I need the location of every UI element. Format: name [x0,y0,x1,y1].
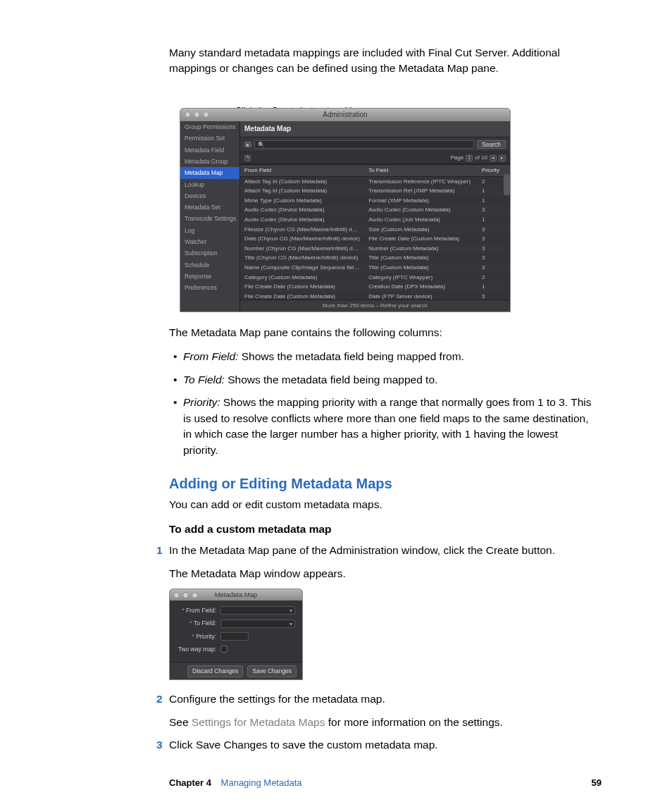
cell-priority: 3 [478,225,510,235]
table-row[interactable]: Filesize (Chyron CG (Max/Maxine/Infiniti… [240,225,510,235]
table-row[interactable]: Attach Tag Id (Custom Metadata)Transmiss… [240,176,510,186]
sidebar-item[interactable]: Group Permissions [180,121,239,133]
sidebar-item[interactable]: Schedule [180,259,239,271]
sidebar-item[interactable]: Subscription [180,247,239,259]
dialog-title: Metadata Map [170,590,302,600]
scrollbar-thumb[interactable] [504,174,510,195]
table-row[interactable]: Audio Codec (Device Metadata)Audio Codec… [240,205,510,215]
table-row[interactable]: Number (Chyron CG (Max/Maxine/Infiniti) … [240,244,510,254]
dialog-titlebar: Metadata Map [170,589,302,600]
table-row[interactable]: Audio Codec (Device Metadata)Audio Codec… [240,215,510,225]
column-desc-item: To Field: Shows the metadata field being… [173,372,595,388]
discard-button[interactable]: Discard Changes [187,665,243,677]
settings-link[interactable]: Settings for Metadata Maps [192,716,325,728]
column-desc-item: Priority: Shows the mapping priority wit… [173,395,595,458]
step-2-text-a: Configure the settings for the metadata … [169,691,595,707]
table-row[interactable]: Title (Chyron CG (Max/Maxine/Infiniti) d… [240,253,510,263]
table-row[interactable]: Category (Custom Metadata)Category (IPTC… [240,273,510,283]
step-number: 3 [156,737,163,753]
save-button[interactable]: Save Changes [247,665,297,677]
table-row[interactable]: File Create Date (Custom Metadata)Date (… [240,292,510,300]
sidebar-item[interactable]: Log [180,225,239,236]
sidebar-item[interactable]: Response [180,271,239,282]
table-row[interactable]: Attach Tag Id (Custom Metadata)Transmiss… [240,186,510,196]
sidebar-item[interactable]: Devices [180,190,239,202]
from-field-label: * From Field: [177,606,220,615]
cell-from: Date (Chyron CG (Max/Maxine/Infiniti) de… [240,234,364,244]
metadata-map-table: From Field To Field Priority Attach Tag … [240,164,510,300]
cell-from: Filesize (Chyron CG (Max/Maxine/Infiniti… [240,225,364,235]
step-number: 1 [156,543,163,558]
cell-from: Audio Codec (Device Metadata) [240,215,364,225]
search-input[interactable]: 🔍 [254,140,474,149]
pane-subbar: ✎ Page 1 of 10 ◂ ▸ [240,152,510,164]
two-way-label: Two way map: [177,645,220,653]
step-1-text-a: In the Metadata Map pane of the Administ… [169,543,595,558]
cell-from: Attach Tag Id (Custom Metadata) [240,186,364,196]
column-desc-label: Priority: [183,396,220,408]
from-field-select[interactable] [220,606,295,615]
cell-to: Audio Codec (Job Metadata) [364,215,478,225]
sidebar-item[interactable]: Metadata Set [180,202,239,213]
step-3-text: Click Save Changes to save the custom me… [169,737,595,753]
column-desc-label: To Field: [183,374,225,386]
footer-page-number: 59 [592,777,602,790]
admin-sidebar: Group PermissionsPermission SetMetadata … [180,121,240,312]
page-footer: Chapter 4 Managing Metadata 59 [169,777,602,790]
cell-to: Transmission Reference (IPTC Wrapper) [364,176,478,186]
cell-to: Audio Codec (Custom Metadata) [364,205,478,215]
table-row[interactable]: Name (Composite Clip/Image Sequence fiel… [240,263,510,273]
cell-to: Size (Custom Metadata) [364,225,478,235]
two-way-checkbox[interactable] [220,646,228,653]
pane-heading: Metadata Map [240,121,510,138]
metadata-map-dialog-screenshot: Metadata Map * From Field: * To Field: *… [169,589,303,680]
paginator-prev-icon[interactable]: ◂ [490,155,497,161]
col-header-from[interactable]: From Field [240,165,364,177]
sidebar-item[interactable]: Permission Set [180,133,239,144]
cell-priority: 1 [478,215,510,225]
window-title: Administration [180,110,510,121]
step-1: 1 In the Metadata Map pane of the Admini… [169,543,595,680]
step-3: 3 Click Save Changes to save the custom … [169,737,595,753]
table-row[interactable]: Date (Chyron CG (Max/Maxine/Infiniti) de… [240,234,510,244]
disclosure-icon[interactable]: ▸ [244,142,251,147]
priority-input[interactable] [220,632,249,641]
sidebar-item[interactable]: Transcode Settings [180,213,239,224]
cell-priority: 1 [478,196,510,206]
to-field-label: * To Field: [177,619,220,627]
cell-from: Audio Codec (Device Metadata) [240,205,364,215]
step-number: 2 [156,691,163,707]
dialog-button-row: Discard Changes Save Changes [170,662,302,679]
pane-toolbar: ▸ 🔍 Search [240,137,510,152]
sidebar-item[interactable]: Metadata Group [180,156,239,167]
section-intro: You can add or edit custom metadata maps… [169,497,595,512]
cell-from: File Create Date (Custom Metadata) [240,292,364,300]
cell-from: Number (Chyron CG (Max/Maxine/Infiniti) … [240,244,364,254]
cell-from: File Create Date (Custom Metadata) [240,282,364,292]
create-button[interactable]: ✎ [244,155,251,161]
paginator-current[interactable]: 1 [466,155,473,161]
col-header-to[interactable]: To Field [364,165,478,177]
cell-priority: 3 [478,253,510,263]
paginator-next-icon[interactable]: ▸ [499,155,506,161]
cell-priority: 3 [478,263,510,273]
column-desc-text: Shows the mapping priority with a range … [183,396,592,455]
table-row[interactable]: Mime Type (Custom Metadata)Format (XMP M… [240,196,510,206]
sidebar-item[interactable]: Lookup [180,179,239,190]
cell-from: Name (Composite Clip/Image Sequence fiel… [240,263,364,273]
footer-chapter: Chapter 4 [169,777,211,788]
sidebar-item[interactable]: Preferences [180,282,239,293]
sidebar-item[interactable]: Metadata Field [180,144,239,156]
search-button[interactable]: Search [477,140,506,149]
cell-to: Title (Custom Metadata) [364,253,478,263]
table-row[interactable]: File Create Date (Custom Metadata)Creati… [240,282,510,292]
dialog-form: * From Field: * To Field: * Priority: Tw… [170,600,302,662]
sidebar-item[interactable]: Metadata Map [180,167,239,178]
admin-window-screenshot: Administration Group PermissionsPermissi… [180,108,511,312]
to-field-select[interactable] [220,620,295,628]
column-description-list: From Field: Shows the metadata field bei… [169,349,595,458]
table-wrapper: From Field To Field Priority Attach Tag … [240,164,510,300]
cell-priority: 3 [478,205,510,215]
sidebar-item[interactable]: Watcher [180,236,239,247]
column-desc-text: Shows the metadata field being mapped to… [225,374,437,386]
